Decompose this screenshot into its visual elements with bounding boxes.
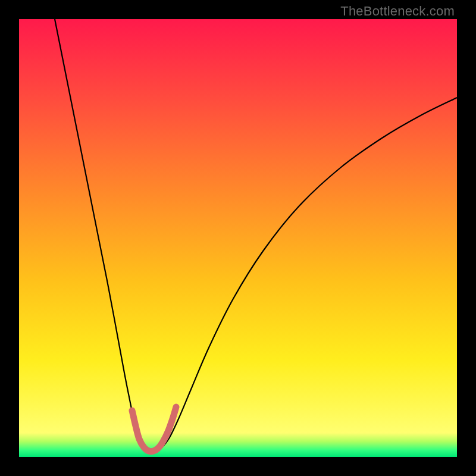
bottleneck-chart	[19, 19, 457, 457]
chart-background	[19, 19, 457, 457]
watermark-text: TheBottleneck.com	[340, 4, 455, 19]
chart-frame	[19, 19, 457, 457]
